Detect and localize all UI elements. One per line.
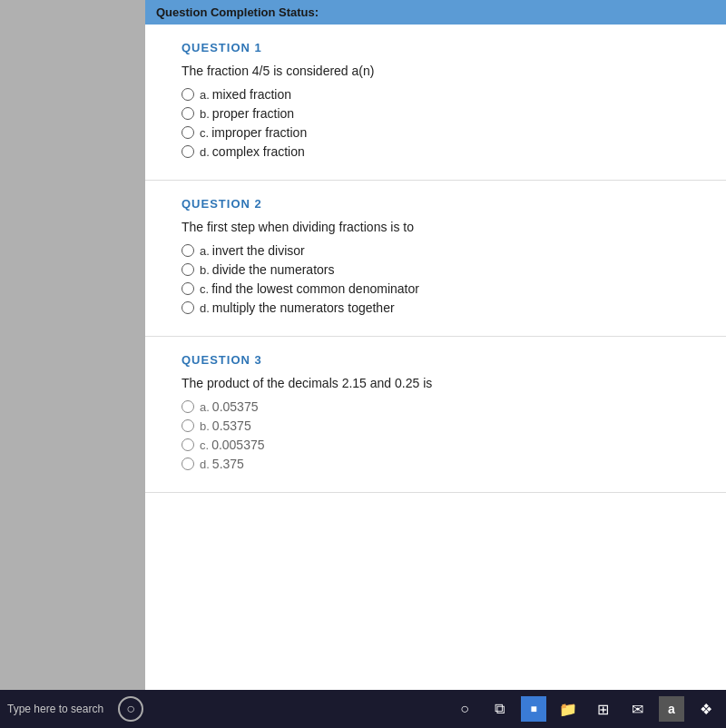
option-text: 0.5375 — [212, 418, 251, 433]
option-text: find the lowest common denominator — [211, 281, 419, 296]
start-button[interactable]: ○ — [118, 696, 143, 722]
list-item[interactable]: c. find the lowest common denominator — [182, 281, 690, 296]
left-sidebar — [0, 0, 145, 690]
list-item[interactable]: d. 5.375 — [182, 457, 690, 471]
taskbar-icon-task-view[interactable]: ⧉ — [486, 696, 512, 722]
list-item[interactable]: c. 0.005375 — [182, 438, 690, 452]
option-letter: b. — [200, 419, 210, 433]
option-letter: c. — [200, 282, 209, 296]
radio-a2[interactable] — [182, 244, 194, 257]
option-text: 5.375 — [212, 457, 244, 471]
taskbar-search-text: Type here to search — [7, 703, 103, 715]
option-text: invert the divisor — [212, 243, 305, 258]
option-text: divide the numerators — [212, 262, 335, 277]
taskbar-icon-dropbox[interactable]: ❖ — [693, 696, 719, 722]
start-icon: ○ — [126, 701, 135, 717]
taskbar: Type here to search ○ ○ ⧉ ■ 📁 ⊞ ✉ a ❖ — [0, 690, 726, 728]
list-item[interactable]: a. invert the divisor — [182, 243, 690, 258]
radio-d2[interactable] — [182, 301, 194, 314]
question-2-block: QUESTION 2 The first step when dividing … — [145, 181, 726, 337]
radio-a3[interactable] — [182, 400, 194, 413]
option-text: 0.05375 — [212, 399, 259, 414]
question-2-text: The first step when dividing fractions i… — [182, 220, 690, 234]
option-letter: a. — [200, 400, 210, 414]
radio-c2[interactable] — [182, 282, 194, 295]
option-letter: b. — [200, 263, 210, 277]
question-3-label: QUESTION 3 — [182, 353, 690, 367]
option-text: 0.005375 — [211, 438, 264, 452]
option-letter: c. — [200, 126, 209, 140]
option-letter: d. — [200, 301, 210, 315]
option-text: proper fraction — [212, 106, 294, 121]
option-text: complex fraction — [212, 144, 305, 159]
list-item[interactable]: d. multiply the numerators together — [182, 300, 690, 315]
radio-d3[interactable] — [182, 457, 194, 470]
list-item[interactable]: c. improper fraction — [182, 125, 690, 140]
list-item[interactable]: b. divide the numerators — [182, 262, 690, 277]
option-text: multiply the numerators together — [212, 300, 395, 315]
question-1-label: QUESTION 1 — [182, 41, 690, 54]
radio-b3[interactable] — [182, 419, 194, 432]
taskbar-icon-store[interactable]: ⊞ — [590, 696, 615, 722]
radio-c3[interactable] — [182, 438, 194, 451]
taskbar-icon-app1[interactable]: ■ — [521, 696, 546, 722]
question-2-label: QUESTION 2 — [182, 197, 690, 211]
radio-a1[interactable] — [182, 88, 194, 101]
option-text: improper fraction — [211, 125, 307, 140]
status-label: Question Completion Status: — [156, 5, 319, 19]
question-3-options: a. 0.05375 b. 0.5375 c. 0.005375 d. 5.37… — [182, 399, 690, 471]
option-letter: a. — [200, 88, 210, 102]
list-item[interactable]: b. 0.5375 — [182, 418, 690, 433]
question-1-text: The fraction 4/5 is considered a(n) — [182, 64, 690, 78]
option-text: mixed fraction — [212, 87, 291, 102]
taskbar-icon-search[interactable]: ○ — [452, 696, 477, 722]
radio-b1[interactable] — [182, 107, 194, 120]
list-item[interactable]: b. proper fraction — [182, 106, 690, 121]
taskbar-icons-group: ○ ⧉ ■ 📁 ⊞ ✉ a ❖ — [452, 696, 719, 722]
question-1-block: QUESTION 1 The fraction 4/5 is considere… — [145, 25, 726, 181]
list-item[interactable]: d. complex fraction — [182, 144, 690, 159]
option-letter: d. — [200, 145, 210, 159]
question-1-options: a. mixed fraction b. proper fraction c. … — [182, 87, 690, 159]
main-screen: Question Completion Status: QUESTION 1 T… — [145, 0, 726, 690]
option-letter: d. — [200, 457, 210, 471]
taskbar-icon-folder[interactable]: 📁 — [555, 696, 581, 722]
question-2-options: a. invert the divisor b. divide the nume… — [182, 243, 690, 315]
question-3-text: The product of the decimals 2.15 and 0.2… — [182, 376, 690, 390]
content-area: QUESTION 1 The fraction 4/5 is considere… — [145, 25, 726, 690]
status-bar: Question Completion Status: — [145, 0, 726, 25]
radio-b2[interactable] — [182, 263, 194, 276]
taskbar-icon-mail[interactable]: ✉ — [624, 696, 650, 722]
taskbar-icon-a[interactable]: a — [659, 696, 684, 722]
list-item[interactable]: a. mixed fraction — [182, 87, 690, 102]
radio-c1[interactable] — [182, 126, 194, 139]
option-letter: b. — [200, 107, 210, 121]
option-letter: c. — [200, 438, 209, 452]
question-3-block: QUESTION 3 The product of the decimals 2… — [145, 337, 726, 493]
radio-d1[interactable] — [182, 145, 194, 158]
option-letter: a. — [200, 244, 210, 258]
list-item[interactable]: a. 0.05375 — [182, 399, 690, 414]
